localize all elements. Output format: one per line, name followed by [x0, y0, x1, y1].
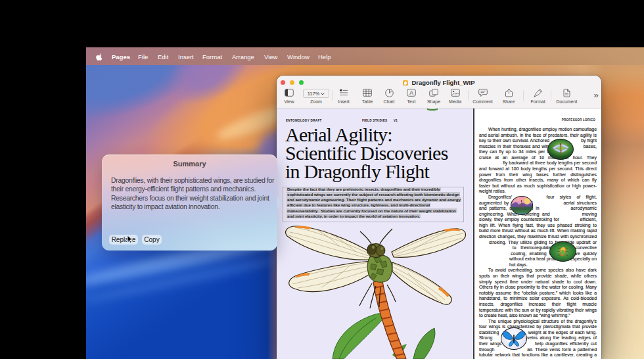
- svg-text:A: A: [409, 89, 413, 96]
